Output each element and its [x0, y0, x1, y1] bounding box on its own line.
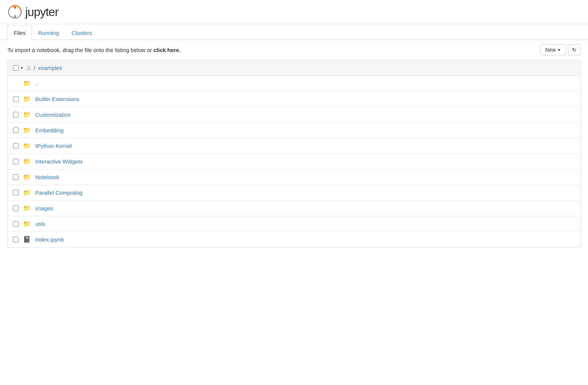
toolbar-right: New ▼ ↻	[540, 44, 581, 55]
file-checkbox[interactable]	[13, 159, 19, 164]
file-checkbox[interactable]	[13, 190, 19, 195]
breadcrumb-separator: /	[34, 65, 35, 71]
list-item: 📁 Interactive Widgets	[8, 154, 580, 169]
file-checkbox[interactable]	[13, 174, 19, 180]
file-checkbox[interactable]	[13, 206, 19, 211]
breadcrumb-current[interactable]: examples	[38, 65, 62, 71]
folder-icon: 📁	[23, 142, 31, 150]
list-item: 📁 Builtin Extensions	[8, 91, 580, 107]
list-item: 📁 Notebook	[8, 169, 580, 185]
file-link[interactable]: Parallel Computing	[35, 190, 83, 196]
folder-icon: 📁	[23, 173, 31, 181]
new-dropdown-caret: ▼	[557, 48, 561, 52]
folder-icon: 📁	[23, 80, 31, 87]
file-checkbox[interactable]	[13, 237, 19, 242]
refresh-button[interactable]: ↻	[568, 44, 581, 55]
list-item: 📓 Index.ipynb	[8, 232, 580, 247]
file-link[interactable]: Index.ipynb	[35, 236, 64, 243]
import-text-prefix: To import a notebook, drag the file onto…	[7, 47, 154, 53]
import-message: To import a notebook, drag the file onto…	[7, 47, 181, 53]
breadcrumb-row: ▼ ⌂ / examples	[8, 60, 580, 76]
folder-icon: 📁	[23, 95, 31, 103]
file-checkbox[interactable]	[13, 221, 19, 227]
logo-text: jupyter	[25, 5, 58, 19]
folder-icon: 📁	[23, 204, 31, 212]
select-all-area: ▼	[13, 65, 24, 71]
file-link[interactable]: Notebook	[35, 174, 59, 180]
tabs-bar: Files Running Clusters	[0, 26, 588, 40]
folder-icon: 📁	[23, 158, 31, 165]
select-dropdown-arrow[interactable]: ▼	[20, 66, 24, 70]
toolbar: To import a notebook, drag the file onto…	[0, 40, 588, 60]
folder-icon: 📁	[23, 126, 31, 134]
jupyter-logo: jupyter	[7, 4, 58, 19]
file-link[interactable]: images	[35, 205, 53, 211]
tab-files[interactable]: Files	[7, 26, 32, 40]
folder-icon: 📁	[23, 220, 31, 228]
jupyter-logo-icon	[7, 4, 22, 19]
folder-icon: 📁	[23, 189, 31, 197]
list-item: 📁 utils	[8, 216, 580, 232]
list-item: 📁 IPython Kernel	[8, 138, 580, 154]
svg-point-2	[14, 6, 16, 9]
parent-dir-link[interactable]: ..	[35, 80, 38, 87]
list-item: 📁 images	[8, 201, 580, 216]
breadcrumb-home[interactable]: ⌂	[27, 64, 31, 72]
select-all-checkbox[interactable]	[13, 65, 19, 71]
tab-running[interactable]: Running	[32, 26, 65, 40]
list-item: 📁 Parallel Computing	[8, 185, 580, 201]
file-checkbox[interactable]	[13, 96, 19, 102]
file-link[interactable]: utils	[35, 221, 45, 227]
file-link[interactable]: IPython Kernel	[35, 143, 72, 149]
file-link[interactable]: Builtin Extensions	[35, 96, 79, 102]
file-checkbox[interactable]	[13, 143, 19, 149]
list-item: 📁 Embedding	[8, 123, 580, 138]
folder-icon: 📁	[23, 111, 31, 119]
list-item: 📁 Customization	[8, 107, 580, 123]
file-link[interactable]: Interactive Widgets	[35, 158, 83, 165]
click-here-link[interactable]: click here.	[154, 47, 181, 53]
new-button[interactable]: New ▼	[540, 44, 566, 55]
file-link[interactable]: Customization	[35, 111, 71, 118]
notebook-icon: 📓	[23, 236, 31, 243]
file-link[interactable]: Embedding	[35, 127, 64, 133]
parent-dir-row: 📁 ..	[8, 76, 580, 91]
tab-clusters[interactable]: Clusters	[65, 26, 98, 40]
file-checkbox[interactable]	[13, 112, 19, 117]
file-list-container: ▼ ⌂ / examples 📁 .. 📁 Builtin Extensions…	[7, 60, 581, 248]
refresh-icon: ↻	[572, 47, 576, 53]
header: jupyter	[0, 0, 588, 24]
svg-point-3	[14, 15, 16, 18]
new-button-label: New	[545, 47, 556, 53]
file-checkbox[interactable]	[13, 127, 19, 133]
